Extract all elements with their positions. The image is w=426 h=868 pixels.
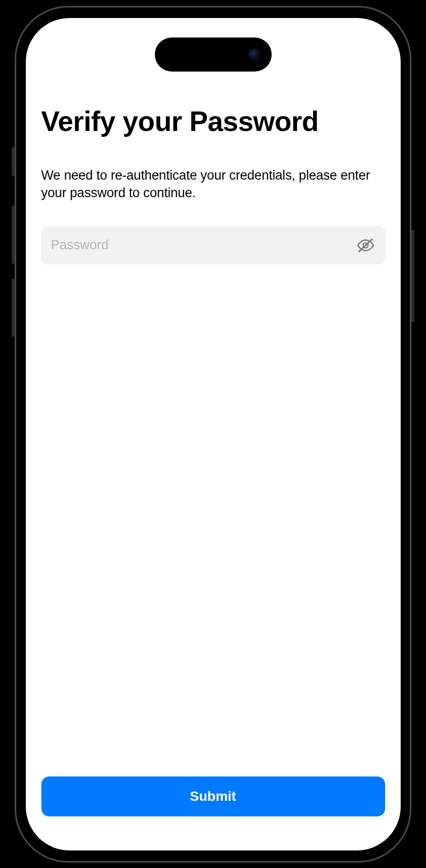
eye-off-icon	[356, 236, 375, 255]
page-title: Verify your Password	[41, 106, 385, 138]
power-button	[411, 230, 414, 322]
device-frame: Verify your Password We need to re-authe…	[15, 6, 411, 863]
app-root: Verify your Password We need to re-authe…	[26, 18, 401, 850]
toggle-password-visibility-button[interactable]	[355, 235, 376, 256]
front-camera	[248, 48, 261, 61]
footer: Submit	[41, 776, 385, 850]
dynamic-island	[155, 37, 272, 72]
screen: Verify your Password We need to re-authe…	[26, 18, 401, 850]
password-field-wrap	[41, 226, 385, 264]
main-content: Verify your Password We need to re-authe…	[41, 18, 385, 776]
instruction-text: We need to re-authenticate your credenti…	[41, 166, 385, 202]
password-input[interactable]	[41, 226, 385, 264]
submit-button[interactable]: Submit	[41, 776, 385, 816]
svg-line-1	[358, 239, 372, 252]
device-frame-outer: Verify your Password We need to re-authe…	[15, 6, 411, 863]
